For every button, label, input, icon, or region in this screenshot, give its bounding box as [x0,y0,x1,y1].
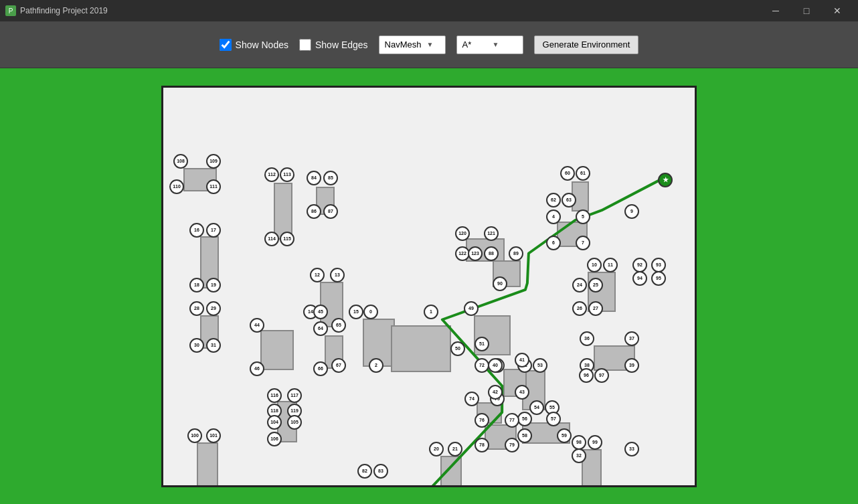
graph-node[interactable]: 90 [493,276,507,291]
navmesh-dropdown[interactable]: NavMesh ▼ [379,35,446,54]
graph-node[interactable]: 62 [546,193,561,207]
graph-node[interactable]: 54 [529,400,544,415]
graph-node[interactable]: 30 [189,338,204,353]
graph-node[interactable]: 7 [576,236,590,250]
graph-node[interactable]: 85 [323,171,338,185]
graph-node[interactable]: 49 [464,301,479,316]
graph-node[interactable]: 121 [484,226,499,241]
graph-node[interactable]: 111 [206,179,221,194]
graph-node[interactable]: 46 [250,361,264,376]
graph-node[interactable]: 82 [357,464,372,479]
graph-node[interactable]: 37 [624,331,639,346]
generate-environment-button[interactable]: Generate Environment [534,35,639,54]
graph-node[interactable]: 99 [588,435,602,450]
graph-node[interactable]: 33 [624,442,639,456]
graph-node[interactable]: 64 [313,321,328,336]
graph-node[interactable]: 94 [632,271,647,286]
graph-node[interactable]: 12 [310,268,325,282]
graph-node[interactable]: 41 [515,353,529,367]
graph-node[interactable]: 106 [267,432,282,446]
graph-node[interactable]: 5 [576,209,590,224]
graph-node[interactable]: 0 [363,305,378,319]
graph-node[interactable]: 24 [572,278,587,292]
graph-node[interactable]: 32 [572,448,586,463]
show-edges-checkbox[interactable] [299,39,311,51]
graph-node[interactable]: 113 [280,167,294,182]
graph-node[interactable]: 96 [579,368,594,383]
graph-node[interactable]: 87 [323,204,338,219]
graph-node[interactable]: 25 [588,278,603,292]
graph-node[interactable]: 74 [464,392,479,406]
graph-node[interactable]: 95 [651,271,666,286]
graph-node[interactable]: 72 [475,358,489,373]
graph-node[interactable]: 13 [330,268,345,282]
maximize-button[interactable]: □ [791,0,822,21]
graph-node[interactable]: 110 [169,179,184,194]
graph-node[interactable]: 120 [455,226,470,241]
graph-node[interactable]: 39 [624,358,639,373]
graph-node[interactable]: 78 [475,438,489,452]
graph-node[interactable]: 123 [468,246,483,261]
graph-node[interactable]: 86 [307,204,321,219]
close-button[interactable]: ✕ [822,0,853,21]
graph-node[interactable]: 59 [557,428,572,443]
graph-node[interactable]: 9 [624,204,639,219]
graph-node[interactable]: 79 [505,438,519,452]
graph-node[interactable]: 56 [517,412,532,426]
graph-node[interactable]: 61 [576,166,590,181]
canvas-area[interactable]: 1081091101111121131141158485868716171819… [161,86,697,487]
graph-node[interactable]: 2 [369,358,383,373]
graph-node[interactable]: 29 [206,301,221,316]
graph-node[interactable]: 83 [373,464,388,479]
graph-node[interactable]: 76 [475,413,489,428]
show-nodes-checkbox[interactable] [220,39,232,51]
graph-node[interactable]: 35 [624,487,639,487]
graph-node[interactable]: 16 [189,223,204,238]
graph-node[interactable]: 31 [206,338,221,353]
graph-node[interactable]: 92 [632,258,647,272]
graph-node[interactable]: 44 [250,318,264,333]
graph-node[interactable]: 50 [450,341,465,356]
graph-node[interactable]: 89 [509,246,523,261]
graph-node[interactable]: 4 [546,209,561,224]
graph-node[interactable]: 65 [331,318,346,333]
graph-node[interactable]: 53 [533,358,547,373]
graph-node[interactable]: 88 [484,246,499,261]
graph-node[interactable]: 11 [603,258,618,272]
graph-node[interactable]: 1 [424,305,438,319]
graph-node[interactable]: 100 [187,428,202,443]
graph-node[interactable]: 45 [313,305,328,319]
graph-node[interactable]: 66 [313,361,328,376]
graph-node[interactable]: 23 [448,485,462,487]
graph-node[interactable]: 40 [488,358,503,373]
graph-node[interactable]: 6 [546,236,561,250]
graph-node[interactable]: 22 [429,485,444,487]
graph-node[interactable]: 115 [280,232,294,246]
graph-node[interactable]: 77 [505,413,519,428]
graph-node[interactable]: 97 [594,368,609,383]
graph-node[interactable]: 19 [206,278,221,292]
graph-node[interactable]: 18 [189,278,204,292]
graph-node[interactable]: 116 [267,388,282,403]
graph-node[interactable]: 63 [562,193,576,207]
graph-node[interactable]: 57 [546,412,561,426]
graph-node[interactable]: 98 [572,435,586,450]
algorithm-dropdown[interactable]: A* ▼ [456,35,523,54]
graph-node[interactable]: 10 [587,258,602,272]
graph-node[interactable]: 51 [475,337,489,351]
graph-node[interactable]: ★ [658,173,673,187]
graph-node[interactable]: 26 [572,301,587,316]
graph-node[interactable]: 21 [448,442,462,456]
graph-node[interactable]: 67 [331,358,346,373]
graph-node[interactable]: 27 [588,301,603,316]
graph-node[interactable]: 93 [651,258,666,272]
graph-node[interactable]: 28 [189,301,204,316]
graph-node[interactable]: 84 [307,171,321,185]
graph-node[interactable]: 58 [517,428,532,443]
graph-node[interactable]: 114 [264,232,279,246]
graph-node[interactable]: 117 [287,388,302,403]
graph-node[interactable]: 36 [580,331,594,346]
minimize-button[interactable]: ─ [760,0,791,21]
graph-node[interactable]: 15 [349,305,363,319]
graph-node[interactable]: 17 [206,223,221,238]
